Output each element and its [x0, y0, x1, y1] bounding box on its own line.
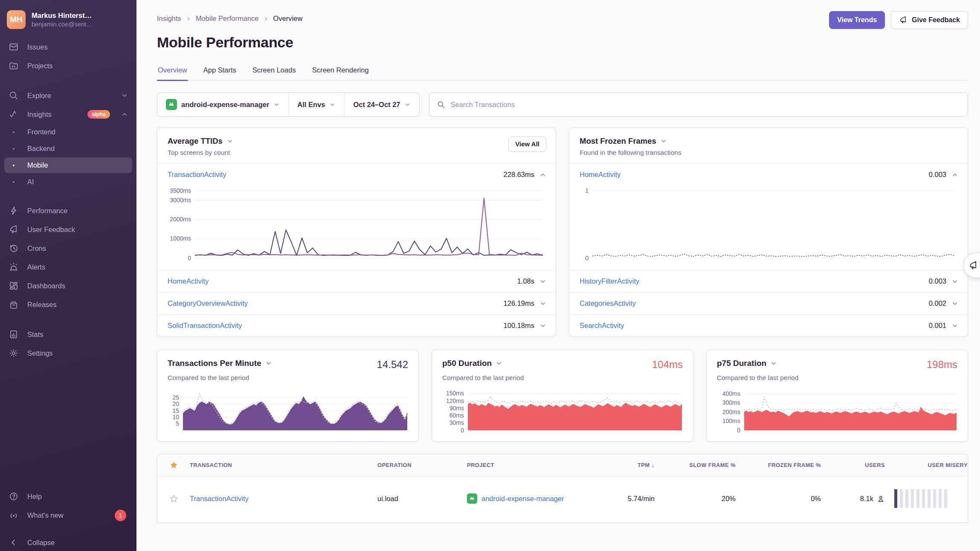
chevron-down-icon[interactable] [265, 360, 272, 367]
sort-desc-icon: ↓ [652, 462, 655, 469]
transaction-link[interactable]: TransactionActivity [190, 495, 377, 503]
sidebar-item-ai[interactable]: AI [4, 174, 132, 190]
frozen-frames-chart: 10 [580, 186, 957, 266]
p50-duration-card: p50 Duration 104ms Compared to the last … [432, 350, 693, 442]
sidebar-collapse-button[interactable]: Collapse [4, 534, 132, 551]
col-users[interactable]: USERS [821, 462, 885, 468]
transaction-link[interactable]: SolidTransactionActivity [168, 322, 242, 330]
average-ttids-panel: Average TTIDs Top screens by count View … [157, 128, 556, 337]
col-operation[interactable]: OPERATION [377, 462, 467, 468]
user-menu[interactable]: MH Markus Hinterst… benjamin.coe@sent… [0, 8, 136, 38]
sidebar-item-projects[interactable]: Projects [4, 57, 132, 75]
main-content: Insights Mobile Performance Overview Vie… [136, 0, 980, 551]
sidebar-item-mobile[interactable]: Mobile [4, 157, 132, 173]
col-slow-frame[interactable]: SLOW FRAME % [655, 462, 736, 468]
tab-screen-rendering[interactable]: Screen Rendering [311, 66, 370, 80]
sidebar-item-alerts[interactable]: Alerts [4, 258, 132, 276]
svg-text:60ms: 60ms [449, 412, 464, 419]
avatar: MH [7, 10, 26, 29]
dashboards-icon [8, 281, 20, 291]
sidebar-item-explore[interactable]: Explore [4, 87, 132, 104]
transaction-link[interactable]: TransactionActivity [168, 171, 226, 179]
chevron-down-icon[interactable] [770, 360, 777, 367]
sidebar-item-stats[interactable]: Stats [4, 325, 132, 343]
operation-cell: ui.load [377, 495, 467, 503]
bullet-icon [13, 131, 14, 133]
frozen-row-historyfilteractivity[interactable]: HistoryFilterActivity 0.003 [569, 270, 968, 292]
tab-screen-loads[interactable]: Screen Loads [252, 66, 297, 80]
sidebar-item-settings[interactable]: Settings [4, 344, 132, 362]
chevron-down-icon[interactable] [226, 138, 233, 145]
environment-filter[interactable]: All Envs [288, 93, 344, 116]
chevron-down-icon[interactable] [951, 300, 958, 307]
chevron-down-icon[interactable] [539, 300, 546, 307]
col-transaction[interactable]: TRANSACTION [190, 462, 377, 468]
frozen-row-expanded[interactable]: HomeActivity 0.003 [569, 164, 968, 186]
sidebar-item-help[interactable]: Help [4, 487, 132, 505]
megaphone-icon [899, 16, 908, 24]
date-range-filter[interactable]: Oct 24–Oct 27 [344, 93, 419, 116]
svg-text:150ms: 150ms [446, 390, 464, 397]
sidebar-item-releases[interactable]: Releases [4, 296, 132, 313]
notification-badge: 1 [115, 510, 126, 521]
row-value: 0.002 [929, 299, 946, 307]
give-feedback-button[interactable]: Give Feedback [891, 11, 968, 29]
view-all-button[interactable]: View All [508, 136, 546, 152]
chevron-up-icon[interactable] [539, 171, 546, 178]
search-input[interactable] [450, 101, 960, 109]
col-tpm[interactable]: TPM↓ [595, 462, 655, 469]
transaction-link[interactable]: HomeActivity [168, 277, 209, 285]
svg-text:20: 20 [172, 400, 179, 407]
frozen-row-categoriesactivity[interactable]: CategoriesActivity 0.002 [569, 292, 968, 314]
stats-icon [8, 329, 20, 339]
chevron-down-icon[interactable] [951, 322, 958, 329]
view-trends-button[interactable]: View Trends [829, 11, 885, 29]
transaction-link[interactable]: CategoriesActivity [580, 299, 636, 307]
col-frozen-frame[interactable]: FROZEN FRAME % [736, 462, 821, 468]
transaction-link[interactable]: HistoryFilterActivity [580, 277, 639, 285]
col-project[interactable]: PROJECT [467, 462, 595, 468]
tab-app-starts[interactable]: App Starts [203, 66, 237, 80]
chevron-down-icon[interactable] [496, 360, 502, 367]
p75-duration-chart: 400ms300ms200ms100ms0 [717, 388, 958, 435]
sidebar-item-user-feedback[interactable]: User Feedback [4, 220, 132, 238]
sidebar-item-whats-new[interactable]: What's new 1 [4, 506, 132, 525]
star-icon[interactable] [157, 461, 190, 470]
chevron-up-icon[interactable] [951, 171, 958, 178]
user-icon [877, 495, 885, 503]
card-title: Transactions Per Minute [168, 359, 261, 368]
transaction-link[interactable]: CategoryOverviewActivity [168, 299, 248, 307]
chevron-down-icon[interactable] [951, 278, 958, 285]
transactions-per-minute-card: Transactions Per Minute 14.542 Compared … [157, 350, 419, 442]
sidebar-item-dashboards[interactable]: Dashboards [4, 277, 132, 295]
sidebar-item-frontend[interactable]: Frontend [4, 124, 132, 140]
project-link[interactable]: android-expense-manager [481, 495, 564, 503]
sidebar-item-performance[interactable]: Performance [4, 202, 132, 220]
ttid-row-categoryoverviewactivity[interactable]: CategoryOverviewActivity 126.19ms [157, 292, 556, 314]
sidebar-item-insights[interactable]: Insights alpha [4, 105, 132, 123]
releases-icon [8, 299, 20, 310]
sidebar-item-backend[interactable]: Backend [4, 141, 132, 157]
transaction-search[interactable] [429, 93, 968, 116]
breadcrumb-insights[interactable]: Insights [157, 14, 181, 23]
sidebar: MH Markus Hinterst… benjamin.coe@sent… I… [0, 0, 136, 551]
col-user-misery[interactable]: USER MISERY [885, 462, 968, 468]
chevron-down-icon[interactable] [660, 138, 667, 145]
sidebar-item-crons[interactable]: Crons [4, 239, 132, 257]
ttid-row-solidtransactionactivity[interactable]: SolidTransactionActivity 100.18ms [157, 314, 556, 336]
megaphone-icon [968, 261, 978, 270]
chevron-down-icon[interactable] [539, 322, 546, 329]
transaction-link[interactable]: HomeActivity [580, 171, 620, 179]
sidebar-item-issues[interactable]: Issues [4, 38, 132, 56]
table-row: TransactionActivity ui.load android-expe… [157, 476, 968, 522]
chevron-down-icon[interactable] [539, 278, 546, 285]
tab-overview[interactable]: Overview [157, 66, 188, 80]
ttid-row-homeactivity[interactable]: HomeActivity 1.08s [157, 270, 556, 292]
breadcrumb-mobile-performance[interactable]: Mobile Performance [196, 14, 259, 23]
favorite-star-button[interactable] [157, 494, 190, 503]
transaction-link[interactable]: SearchActivity [580, 322, 624, 330]
project-filter[interactable]: android-expense-manager [157, 93, 288, 116]
tab-bar: Overview App Starts Screen Loads Screen … [157, 66, 968, 81]
ttid-row-expanded[interactable]: TransactionActivity 228.63ms [157, 164, 556, 186]
frozen-row-searchactivity[interactable]: SearchActivity 0.001 [569, 314, 968, 336]
